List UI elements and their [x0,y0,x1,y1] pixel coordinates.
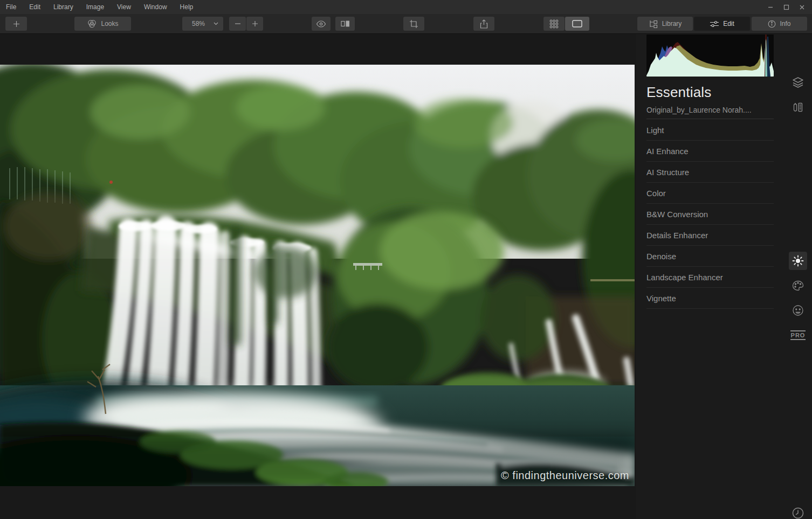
photo-waterfall: © findingtheuniverse.com [0,65,635,486]
tool-rail: PRO [784,68,812,519]
looks-button-label: Looks [101,20,118,27]
zoom-in-button[interactable] [246,17,263,31]
menu-edit[interactable]: Edit [23,3,47,11]
filter-item-light[interactable]: Light [646,120,774,141]
tab-library[interactable]: Library [637,17,693,31]
library-tree-icon [649,20,658,28]
share-icon [480,19,488,29]
plus-icon [252,20,258,27]
luminar-app-window: File Edit Library Image View Window Help [0,0,812,519]
tab-edit-label: Edit [723,20,734,27]
professional-pro-icon[interactable]: PRO [789,326,807,344]
menu-file[interactable]: File [6,3,23,11]
tab-info-label: Info [780,20,790,27]
histogram [646,34,774,77]
filter-item-landscape-enhancer[interactable]: Landscape Enhancer [646,267,774,288]
grid-view-icon [549,19,559,29]
essentials-sun-icon[interactable] [789,252,807,270]
info-icon [768,20,776,28]
toolbar: Looks 58% [0,14,812,34]
compare-icon [341,20,350,27]
zoom-out-button[interactable] [229,17,246,31]
filter-item-ai-structure[interactable]: AI Structure [646,162,774,183]
compare-button[interactable] [335,17,355,31]
menu-image[interactable]: Image [80,3,111,11]
edit-sliders-icon [710,20,719,28]
looks-circles-icon [87,19,97,29]
editing-canvas: © findingtheuniverse.com [0,34,636,519]
minus-icon [235,20,241,27]
menubar: File Edit Library Image View Window Help [0,0,812,14]
plus-icon [13,20,20,27]
filter-list: Light AI Enhance AI Structure Color B&W … [646,120,774,309]
filter-item-vignette[interactable]: Vignette [646,288,774,309]
eye-icon [316,20,326,27]
quick-preview-button[interactable] [312,17,331,31]
tab-library-label: Library [662,20,682,27]
history-clock-icon[interactable] [789,504,807,519]
portrait-face-icon[interactable] [789,301,807,320]
single-view-icon [572,20,582,27]
tab-info[interactable]: Info [752,17,807,31]
chevron-down-icon [214,22,218,25]
export-button[interactable] [473,17,494,31]
single-image-view-button[interactable] [565,17,589,31]
zoom-level-value: 58% [187,20,210,27]
crop-icon [409,19,418,29]
filter-item-denoise[interactable]: Denoise [646,246,774,267]
add-image-button[interactable] [5,17,27,31]
menu-library[interactable]: Library [47,3,80,11]
layers-icon[interactable] [789,73,807,92]
zoom-level-dropdown[interactable]: 58% [182,17,223,31]
filter-item-details-enhancer[interactable]: Details Enhancer [646,225,774,246]
close-icon[interactable] [796,2,808,12]
menu-view[interactable]: View [111,3,137,11]
menu-window[interactable]: Window [137,3,174,11]
divider [646,119,774,119]
image-filename: Original_by_Laurence Norah.... [646,106,774,114]
minimize-icon[interactable] [765,2,776,12]
crop-button[interactable] [403,17,424,31]
menu-help[interactable]: Help [174,3,200,11]
panel-title: Essentials [646,84,774,101]
creative-palette-icon[interactable] [789,276,807,295]
photo-watermark: © findingtheuniverse.com [501,469,629,482]
gallery-view-button[interactable] [543,17,565,31]
edit-side-panel: Essentials Original_by_Laurence Norah...… [636,34,812,519]
filter-item-color[interactable]: Color [646,183,774,204]
filter-item-bw-conversion[interactable]: B&W Conversion [646,204,774,225]
window-controls [765,2,812,12]
filter-item-ai-enhance[interactable]: AI Enhance [646,141,774,162]
maximize-icon[interactable] [780,2,792,12]
looks-button[interactable]: Looks [74,17,131,31]
pro-label: PRO [790,330,806,340]
canvas-tools-icon[interactable] [789,98,807,116]
tab-edit[interactable]: Edit [694,17,750,31]
